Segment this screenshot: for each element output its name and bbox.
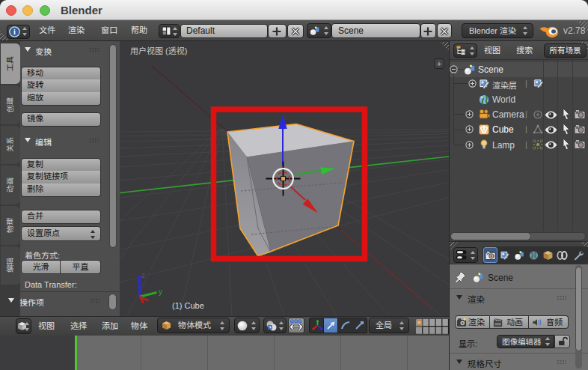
svg-text:z: z bbox=[141, 271, 145, 279]
svg-text:y: y bbox=[159, 288, 162, 296]
svg-text:i: i bbox=[13, 28, 16, 36]
